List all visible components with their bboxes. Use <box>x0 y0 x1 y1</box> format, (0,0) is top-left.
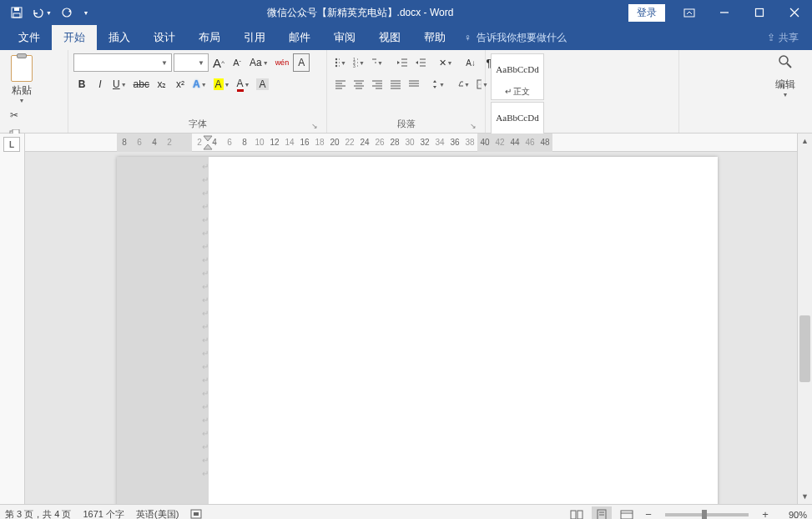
shrink-font-button[interactable]: Aˇ <box>229 53 245 72</box>
para-launcher[interactable]: ↘ <box>468 122 478 132</box>
tab-insert[interactable]: 插入 <box>97 25 142 50</box>
ruler-tick <box>177 134 192 152</box>
font-name-combo[interactable]: ▼ <box>73 53 172 72</box>
align-right-icon <box>372 79 382 89</box>
scroll-track[interactable] <box>798 149 812 489</box>
status-macro[interactable] <box>190 509 202 520</box>
tab-home[interactable]: 开始 <box>52 25 97 50</box>
maximize-button[interactable] <box>742 0 777 25</box>
paste-icon <box>9 53 34 83</box>
style-item-0[interactable]: AaBbCcDd↵ 正文 <box>491 53 544 100</box>
tab-design[interactable]: 设计 <box>142 25 187 50</box>
tab-file[interactable]: 文件 <box>7 25 52 50</box>
char-border-button[interactable]: A <box>293 53 310 72</box>
font-color-button[interactable]: A▼ <box>235 75 253 93</box>
share-button[interactable]: ⇪ 共享 <box>767 31 799 45</box>
cut-button[interactable]: ✂ <box>5 107 23 123</box>
ruler-tick: 42 <box>492 134 507 152</box>
change-case-button[interactable]: Aa▼ <box>247 53 271 72</box>
underline-button[interactable]: U▼ <box>110 75 129 93</box>
text-effects-button[interactable]: A▼ <box>190 75 209 93</box>
zoom-slider[interactable] <box>665 513 749 516</box>
ruler-tick: 36 <box>447 134 462 152</box>
redo-button[interactable] <box>55 2 78 23</box>
window-controls: 登录 <box>628 0 812 25</box>
superscript-button[interactable]: x² <box>172 75 189 93</box>
tab-selector[interactable]: L <box>3 137 20 152</box>
multilevel-icon <box>371 58 376 68</box>
align-right-button[interactable] <box>369 75 386 93</box>
tab-review[interactable]: 审阅 <box>322 25 367 50</box>
read-mode-button[interactable] <box>567 506 587 520</box>
justify-icon <box>391 79 401 89</box>
find-button[interactable]: 编辑 ▼ <box>767 53 804 118</box>
sort-button[interactable]: A↓ <box>462 53 479 72</box>
horizontal-ruler[interactable]: 8642246810121416182022242628303234363840… <box>25 134 797 152</box>
zoom-thumb[interactable] <box>702 510 707 520</box>
ribbon-options-button[interactable] <box>672 0 707 25</box>
ruler-tick: 6 <box>132 134 147 152</box>
print-layout-button[interactable] <box>592 506 612 520</box>
distribute-icon <box>409 79 419 89</box>
scroll-thumb[interactable] <box>799 315 810 382</box>
status-language[interactable]: 英语(美国) <box>136 508 179 519</box>
ruler-tick: 20 <box>327 134 342 152</box>
save-button[interactable] <box>5 2 28 23</box>
tab-help[interactable]: 帮助 <box>412 25 457 50</box>
font-launcher[interactable]: ↘ <box>310 122 320 132</box>
scroll-down-button[interactable]: ▼ <box>798 489 812 504</box>
increase-indent-button[interactable] <box>412 53 429 72</box>
phonetic-icon: wén <box>275 58 290 67</box>
align-left-button[interactable] <box>332 75 349 93</box>
subscript-button[interactable]: x₂ <box>154 75 170 93</box>
multilevel-button[interactable]: ▼ <box>369 53 386 72</box>
bullets-button[interactable]: ▼ <box>332 53 349 72</box>
bold-button[interactable]: B <box>73 75 90 93</box>
line-spacing-button[interactable]: ▼ <box>431 75 447 93</box>
align-center-button[interactable] <box>351 75 367 93</box>
ruler-tick: 8 <box>117 134 132 152</box>
shading-button[interactable]: ▼ <box>456 75 472 93</box>
strikethrough-button[interactable]: abc <box>131 75 152 93</box>
borders-icon <box>477 79 482 89</box>
grow-font-button[interactable]: A^ <box>210 53 227 72</box>
paste-button[interactable]: 粘贴 ▼ <box>5 53 38 103</box>
distribute-button[interactable] <box>406 75 422 93</box>
svg-text:3: 3 <box>353 63 356 68</box>
tell-me-search[interactable]: ♀ 告诉我你想要做什么 <box>464 31 567 45</box>
text-direction-button[interactable]: ✕▼ <box>437 53 454 72</box>
justify-button[interactable] <box>387 75 404 93</box>
indent-icon <box>415 58 426 68</box>
indent-markers[interactable] <box>203 135 213 152</box>
numbering-button[interactable]: 123▼ <box>351 53 367 72</box>
left-gutter: L <box>0 134 25 504</box>
ruler-tick: 10 <box>252 134 267 152</box>
qat-customize[interactable]: ▼ <box>80 2 92 23</box>
status-page[interactable]: 第 3 页，共 4 页 <box>5 508 71 519</box>
page-canvas[interactable]: ↵↵↵↵↵↵↵↵↵↵↵↵↵↵↵↵↵↵↵↵↵↵↵↵ <box>117 157 718 504</box>
scroll-up-button[interactable]: ▲ <box>798 134 812 149</box>
highlight-button[interactable]: A▼ <box>211 75 233 93</box>
document-pane[interactable]: 8642246810121416182022242628303234363840… <box>25 134 797 504</box>
decrease-indent-button[interactable] <box>394 53 411 72</box>
tab-layout[interactable]: 布局 <box>187 25 232 50</box>
minimize-button[interactable] <box>707 0 742 25</box>
font-size-combo[interactable]: ▼ <box>174 53 209 72</box>
tab-references[interactable]: 引用 <box>232 25 277 50</box>
undo-button[interactable]: ▼ <box>30 2 53 23</box>
zoom-out-button[interactable]: − <box>642 508 655 520</box>
close-button[interactable] <box>777 0 812 25</box>
zoom-level[interactable]: 90% <box>777 510 807 520</box>
vertical-scrollbar[interactable]: ▲ ▼ <box>797 134 812 504</box>
tab-view[interactable]: 视图 <box>367 25 412 50</box>
web-layout-button[interactable] <box>617 506 637 520</box>
tab-mailings[interactable]: 邮件 <box>277 25 322 50</box>
phonetic-guide-button[interactable]: wén <box>273 53 292 72</box>
svg-rect-2 <box>13 13 20 18</box>
status-wordcount[interactable]: 1671 个字 <box>83 508 124 519</box>
char-shading-button[interactable]: A <box>254 75 270 93</box>
zoom-in-button[interactable]: + <box>759 508 772 520</box>
ruler-tick: 34 <box>432 134 447 152</box>
login-button[interactable]: 登录 <box>628 4 665 22</box>
italic-button[interactable]: I <box>92 75 108 93</box>
